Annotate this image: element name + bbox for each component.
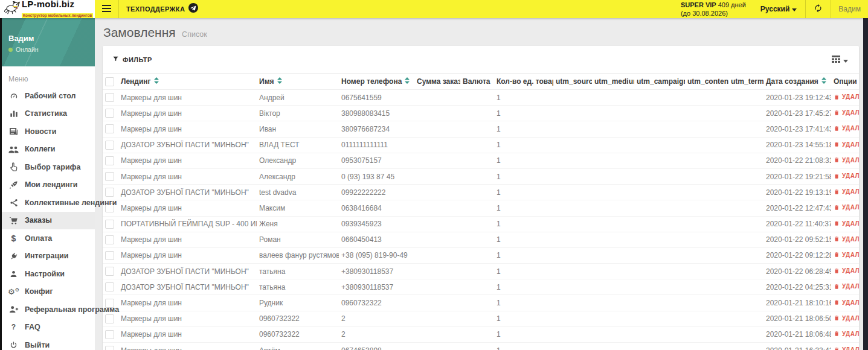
cell-sum [414, 232, 460, 247]
cell-landing: Маркеры для шин [118, 247, 257, 263]
sidebar-item-power[interactable]: Выйти [0, 336, 95, 350]
vertical-scrollbar[interactable] [863, 18, 868, 350]
delete-button[interactable]: УДАЛИТЬ [834, 346, 859, 350]
cell-utm_medium [592, 264, 634, 279]
sidebar-item-label: Коллективные лендинги [25, 199, 117, 207]
delete-button[interactable]: УДАЛИТЬ [834, 173, 859, 179]
sidebar-item-plug[interactable]: Интеграции [0, 247, 95, 266]
cell-phone: 0960732322 [339, 295, 414, 311]
delete-button[interactable]: УДАЛИТЬ [834, 141, 859, 148]
sidebar-toggle-button[interactable] [95, 0, 118, 18]
row-checkbox[interactable] [105, 124, 114, 133]
language-dropdown[interactable]: Русский [752, 0, 806, 18]
page-subtitle: Список [182, 30, 207, 39]
columns-button[interactable] [832, 54, 848, 65]
row-checkbox[interactable] [105, 188, 114, 197]
cell-utm_campaign [634, 106, 685, 121]
column-header-created[interactable]: Дата создания [764, 74, 831, 90]
delete-button[interactable]: УДАЛИТЬ [834, 236, 859, 243]
cell-utm_term [728, 153, 764, 168]
cell-utm_medium [592, 295, 634, 311]
delete-button[interactable]: УДАЛИТЬ [834, 299, 859, 306]
sidebar-item-dashboard[interactable]: Рабочий стол [0, 87, 95, 105]
sidebar-item-hand-pointer[interactable]: Выбор тарифа [0, 158, 95, 176]
sort-icon[interactable] [821, 77, 826, 86]
sort-icon[interactable] [277, 77, 282, 86]
sidebar-item-person[interactable]: Настройки [0, 265, 95, 283]
sidebar-item-news[interactable]: Новости [0, 122, 95, 141]
sidebar-item-dollar[interactable]: $ Оплата [0, 229, 95, 247]
row-checkbox[interactable] [105, 220, 114, 229]
sidebar-item-question[interactable]: ? FAQ [0, 319, 95, 337]
column-header-landing[interactable]: Лендинг [118, 74, 257, 90]
cell-utm_campaign [634, 185, 685, 200]
sidebar-item-gears[interactable]: ⚙⚙ Конфиг [0, 283, 95, 301]
cell-name: ВЛАД ТЕСТ [257, 137, 339, 153]
cell-currency [460, 185, 494, 200]
row-checkbox[interactable] [105, 109, 114, 118]
delete-button[interactable]: УДАЛИТЬ [834, 125, 859, 132]
column-header-name[interactable]: Имя [257, 74, 339, 90]
cell-created: 2020-01-22 12:47:43 [764, 200, 831, 216]
delete-button[interactable]: УДАЛИТЬ [834, 331, 859, 337]
filter-button[interactable]: ФИЛЬТР [112, 56, 152, 63]
cell-utm_source [553, 200, 592, 216]
cell-currency [460, 216, 494, 232]
column-label: Лендинг [121, 77, 151, 86]
delete-label: УДАЛИТЬ [842, 204, 859, 211]
cell-utm_term [728, 326, 764, 342]
cell-currency [460, 153, 494, 168]
logo[interactable]: LP-mobi.biz Конструктор мобильных лендин… [0, 0, 95, 18]
cell-sum [414, 247, 460, 263]
support-button[interactable]: ТЕХПОДДЕРЖКА [119, 0, 205, 18]
sidebar-user-status: Онлайн [8, 46, 39, 53]
sidebar-item-share[interactable]: Коллективные лендинги [0, 194, 95, 212]
cell-utm_content [685, 200, 728, 216]
row-checkbox[interactable] [105, 314, 114, 323]
sidebar-item-rocket[interactable]: Мои лендинги [0, 176, 95, 194]
row-checkbox[interactable] [105, 251, 114, 260]
delete-button[interactable]: УДАЛИТЬ [834, 94, 859, 100]
row-checkbox[interactable] [105, 235, 114, 244]
select-all-checkbox[interactable] [105, 77, 114, 86]
row-checkbox[interactable] [105, 93, 114, 102]
row-checkbox[interactable] [105, 282, 114, 291]
column-header-phone[interactable]: Номер телефона [339, 74, 414, 90]
cell-created: 2020-01-22 11:40:37 [764, 216, 831, 232]
delete-button[interactable]: УДАЛИТЬ [834, 252, 859, 258]
plan-until: (до 30.08.2026) [681, 10, 746, 18]
row-checkbox[interactable] [105, 330, 114, 339]
delete-button[interactable]: УДАЛИТЬ [834, 283, 859, 290]
cell-options: УДАЛИТЬ [831, 168, 859, 184]
row-checkbox[interactable] [105, 156, 114, 165]
cell-phone: +380930118537 [339, 279, 414, 295]
sidebar-item-label: Интеграции [25, 252, 68, 260]
delete-button[interactable]: УДАЛИТЬ [834, 267, 859, 274]
cell-landing: Маркеры для шин [118, 326, 257, 342]
delete-button[interactable]: УДАЛИТЬ [834, 315, 859, 322]
cell-utm_source [553, 232, 592, 247]
row-checkbox[interactable] [105, 172, 114, 181]
cell-sum [414, 153, 460, 168]
cell-qty: 1 [494, 200, 553, 216]
delete-button[interactable]: УДАЛИТЬ [834, 188, 859, 195]
window-left-edge [0, 18, 2, 350]
cell-phone: 0111111111111 [339, 137, 414, 153]
delete-button[interactable]: УДАЛИТЬ [834, 220, 859, 227]
sidebar-item-users[interactable]: Коллеги [0, 141, 95, 159]
sidebar-item-cart[interactable]: Заказы [0, 212, 95, 230]
sort-icon[interactable] [154, 77, 159, 86]
delete-button[interactable]: УДАЛИТЬ [834, 204, 859, 211]
sort-icon[interactable] [405, 77, 410, 86]
delete-button[interactable]: УДАЛИТЬ [834, 157, 859, 164]
row-checkbox[interactable] [105, 346, 114, 350]
sidebar-item-chart[interactable]: Статистика [0, 105, 95, 123]
cell-created: 2020-01-23 17:45:27 [764, 106, 831, 121]
row-checkbox[interactable] [105, 267, 114, 276]
sidebar-item-user-plus[interactable]: Реферальная программа [0, 301, 95, 319]
delete-button[interactable]: УДАЛИТЬ [834, 109, 859, 116]
topbar-username[interactable]: Вадим [831, 0, 868, 18]
cell-utm_source [553, 185, 592, 200]
refresh-button[interactable] [806, 0, 831, 18]
row-checkbox[interactable] [105, 141, 114, 150]
